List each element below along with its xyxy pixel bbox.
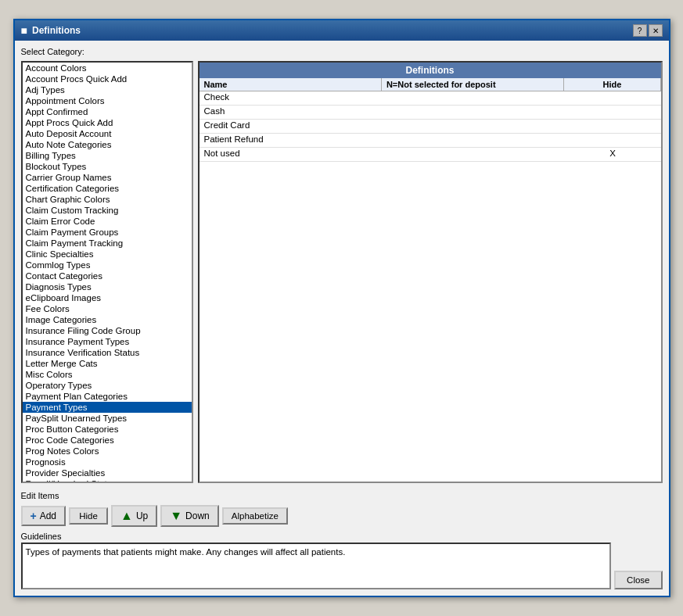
cell-name: Credit Card bbox=[200, 120, 383, 133]
category-item[interactable]: Commlog Types bbox=[23, 260, 192, 270]
add-button[interactable]: + Add bbox=[21, 506, 67, 526]
definitions-dialog: ■ Definitions ? ✕ Select Category: Accou… bbox=[13, 19, 670, 597]
category-item[interactable]: Auto Note Categories bbox=[23, 139, 192, 150]
category-item[interactable]: Claim Payment Groups bbox=[23, 227, 192, 238]
definitions-table: Definitions Name N=Not selected for depo… bbox=[198, 61, 663, 483]
edit-items-section: Edit Items + Add Hide ▲ Up ▼ Down Alphab… bbox=[21, 491, 663, 527]
cell-hide bbox=[565, 120, 661, 133]
category-item[interactable]: Proc Button Categories bbox=[23, 424, 192, 435]
category-item[interactable]: Appt Confirmed bbox=[23, 106, 192, 117]
cell-name: Cash bbox=[200, 106, 383, 119]
category-item[interactable]: Claim Custom Tracking bbox=[23, 205, 192, 216]
category-item[interactable]: Payment Types bbox=[23, 402, 192, 413]
category-item[interactable]: Carrier Group Names bbox=[23, 172, 192, 183]
category-item[interactable]: Insurance Filing Code Group bbox=[23, 325, 192, 336]
cell-hide bbox=[565, 91, 661, 105]
category-item[interactable]: Diagnosis Types bbox=[23, 281, 192, 292]
table-row[interactable]: Cash bbox=[200, 106, 661, 120]
guidelines-label: Guidelines bbox=[21, 532, 663, 541]
cell-hide bbox=[565, 134, 661, 147]
category-item[interactable]: Claim Error Code bbox=[23, 216, 192, 227]
cell-name: Patient Refund bbox=[200, 134, 383, 147]
category-item[interactable]: Insurance Payment Types bbox=[23, 336, 192, 347]
alphabetize-button[interactable]: Alphabetize bbox=[222, 507, 288, 525]
category-item[interactable]: eClipboard Images bbox=[23, 292, 192, 303]
category-item[interactable]: Billing Types bbox=[23, 150, 192, 161]
plus-icon: + bbox=[31, 510, 37, 522]
edit-items-label: Edit Items bbox=[21, 491, 663, 500]
category-item[interactable]: Claim Payment Tracking bbox=[23, 238, 192, 249]
cell-n bbox=[382, 148, 565, 161]
category-list[interactable]: Account ColorsAccount Procs Quick AddAdj… bbox=[21, 61, 193, 483]
category-item[interactable]: Recall/Unsched Status bbox=[23, 478, 192, 483]
definitions-header: Definitions bbox=[200, 63, 661, 78]
cell-n bbox=[382, 134, 565, 147]
category-item[interactable]: Certification Categories bbox=[23, 183, 192, 194]
title-bar: ■ Definitions ? ✕ bbox=[15, 20, 669, 41]
category-item[interactable]: Fee Colors bbox=[23, 303, 192, 314]
down-button[interactable]: ▼ Down bbox=[160, 505, 219, 527]
dialog-body: Select Category: Account ColorsAccount P… bbox=[15, 41, 669, 596]
cell-n bbox=[382, 106, 565, 119]
dialog-title: Definitions bbox=[32, 25, 81, 36]
hide-button[interactable]: Hide bbox=[69, 507, 108, 525]
category-item[interactable]: Appointment Colors bbox=[23, 95, 192, 106]
category-item[interactable]: Proc Code Categories bbox=[23, 435, 192, 446]
category-item[interactable]: Contact Categories bbox=[23, 270, 192, 281]
cell-name: Check bbox=[200, 91, 383, 105]
col-header-n: N=Not selected for deposit bbox=[382, 78, 564, 91]
table-row[interactable]: Credit Card bbox=[200, 120, 661, 134]
cell-n bbox=[382, 120, 565, 133]
dialog-icon: ■ bbox=[21, 24, 27, 37]
table-row[interactable]: Patient Refund bbox=[200, 134, 661, 148]
table-row[interactable]: Not used X bbox=[200, 148, 661, 162]
category-item[interactable]: Image Categories bbox=[23, 314, 192, 325]
category-item[interactable]: Account Colors bbox=[23, 63, 192, 73]
close-title-button[interactable]: ✕ bbox=[649, 24, 663, 37]
cell-n bbox=[382, 91, 565, 105]
category-item[interactable]: PaySplit Unearned Types bbox=[23, 413, 192, 424]
main-content: Account ColorsAccount Procs Quick AddAdj… bbox=[21, 61, 663, 483]
category-item[interactable]: Insurance Verification Status bbox=[23, 347, 192, 358]
cell-name: Not used bbox=[200, 148, 383, 161]
close-button[interactable]: Close bbox=[614, 571, 662, 589]
help-button[interactable]: ? bbox=[633, 24, 647, 37]
category-item[interactable]: Appt Procs Quick Add bbox=[23, 117, 192, 128]
guidelines-text: Types of payments that patients might ma… bbox=[21, 543, 612, 589]
category-item[interactable]: Operatory Types bbox=[23, 380, 192, 391]
select-category-label: Select Category: bbox=[21, 47, 663, 56]
table-row[interactable]: Check bbox=[200, 91, 661, 106]
category-item[interactable]: Prognosis bbox=[23, 457, 192, 467]
cell-hide: X bbox=[565, 148, 661, 161]
right-panel: Definitions Name N=Not selected for depo… bbox=[198, 61, 663, 483]
category-item[interactable]: Clinic Specialties bbox=[23, 249, 192, 260]
guidelines-section: Guidelines Types of payments that patien… bbox=[21, 532, 663, 589]
category-item[interactable]: Misc Colors bbox=[23, 369, 192, 380]
category-item[interactable]: Chart Graphic Colors bbox=[23, 194, 192, 205]
up-arrow-icon: ▲ bbox=[120, 509, 133, 523]
table-body: Check Cash Credit Card Patient Refund No… bbox=[200, 91, 661, 482]
category-item[interactable]: Blockout Types bbox=[23, 161, 192, 172]
category-item[interactable]: Payment Plan Categories bbox=[23, 391, 192, 402]
category-item[interactable]: Auto Deposit Account bbox=[23, 128, 192, 139]
col-header-name: Name bbox=[200, 78, 382, 91]
up-button[interactable]: ▲ Up bbox=[111, 505, 157, 527]
edit-buttons: + Add Hide ▲ Up ▼ Down Alphabetize bbox=[21, 505, 663, 527]
col-header-hide: Hide bbox=[564, 78, 660, 91]
category-item[interactable]: Adj Types bbox=[23, 84, 192, 95]
category-item[interactable]: Account Procs Quick Add bbox=[23, 73, 192, 84]
cell-hide bbox=[565, 106, 661, 119]
category-item[interactable]: Provider Specialties bbox=[23, 467, 192, 478]
down-arrow-icon: ▼ bbox=[170, 509, 182, 523]
category-item[interactable]: Prog Notes Colors bbox=[23, 446, 192, 457]
category-item[interactable]: Letter Merge Cats bbox=[23, 358, 192, 369]
